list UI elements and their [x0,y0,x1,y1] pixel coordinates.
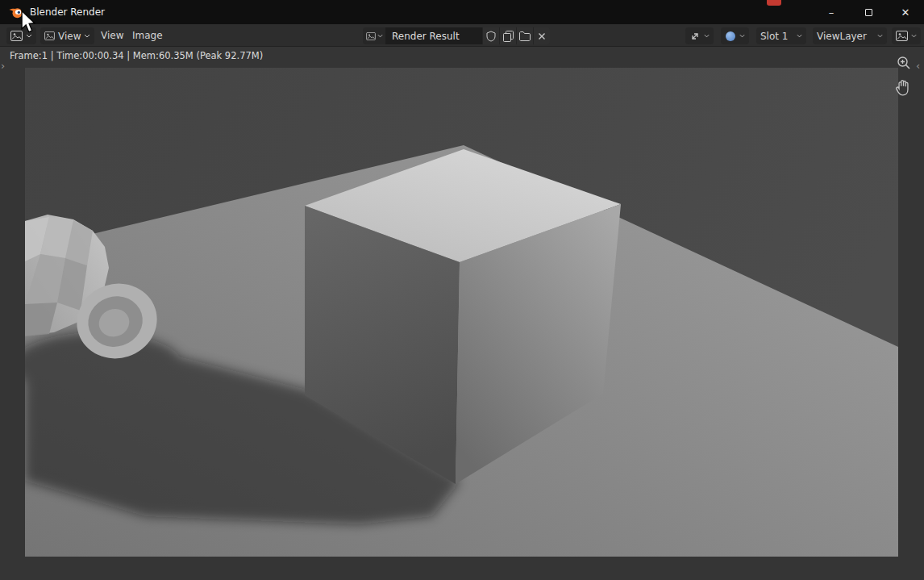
view-layer-dropdown-label: ViewLayer [817,31,867,42]
render-result-image[interactable] [25,68,898,557]
gizmos-toggle-button[interactable] [685,27,714,44]
zoom-gizmo-button[interactable] [897,56,911,73]
shield-icon [486,31,496,42]
view-layer-dropdown[interactable]: ViewLayer [813,27,887,44]
chevron-down-icon [911,34,917,38]
chevron-down-icon [84,34,90,38]
close-button[interactable]: ✕ [887,0,924,24]
unlink-image-button[interactable] [533,27,550,44]
minimize-icon: – [829,6,835,19]
image-name-field[interactable]: Render Result [385,27,482,44]
render-stats-text: Frame:1 | Time:00:00.34 | Mem:60.35M (Pe… [10,50,263,61]
red-indicator [767,0,781,6]
open-image-button[interactable] [516,27,533,44]
window-titlebar: Blender Render – ✕ [0,0,924,24]
image-datablock-selector: Render Result [363,27,550,44]
close-x-icon [538,32,546,40]
toolbar-expand-arrow[interactable]: › [1,60,5,72]
chevron-down-icon [704,34,710,38]
fake-user-button[interactable] [482,27,499,44]
chevron-down-icon [739,34,745,38]
color-sphere-icon [725,31,736,42]
image-icon [44,31,55,40]
duplicate-icon [503,31,514,42]
image-editor-header: View View Image Render Result [0,24,924,47]
slot-dropdown[interactable]: Slot 1 [756,27,806,44]
browse-image-button[interactable] [363,27,385,44]
window-title: Blender Render [30,6,105,18]
chevron-down-icon [26,34,32,38]
pan-hand-gizmo-button[interactable] [895,79,911,99]
display-channels-button[interactable] [721,27,749,44]
render-pass-button[interactable] [892,27,921,44]
maximize-button[interactable] [850,0,887,24]
minimize-button[interactable]: – [813,0,850,24]
image-icon [366,32,376,40]
slot-dropdown-label: Slot 1 [760,31,788,42]
menu-view[interactable]: View [101,30,123,41]
mouse-cursor [19,10,37,34]
window-controls: – ✕ [813,0,924,24]
image-editor-viewport: Frame:1 | Time:00:00.34 | Mem:60.35M (Pe… [0,47,924,580]
new-image-button[interactable] [499,27,516,44]
menu-image[interactable]: Image [132,30,163,41]
chevron-down-icon [797,34,802,38]
chevron-down-icon [377,34,383,38]
gizmo-arrows-icon [689,31,701,42]
maximize-icon [865,9,872,16]
image-layers-icon [896,31,908,41]
folder-icon [519,31,531,41]
close-icon: ✕ [901,6,910,19]
mode-dropdown-label: View [58,31,81,42]
chevron-down-icon [877,34,883,38]
mode-dropdown[interactable]: View [40,27,94,44]
sidebar-expand-arrow[interactable]: ‹ [916,60,920,72]
